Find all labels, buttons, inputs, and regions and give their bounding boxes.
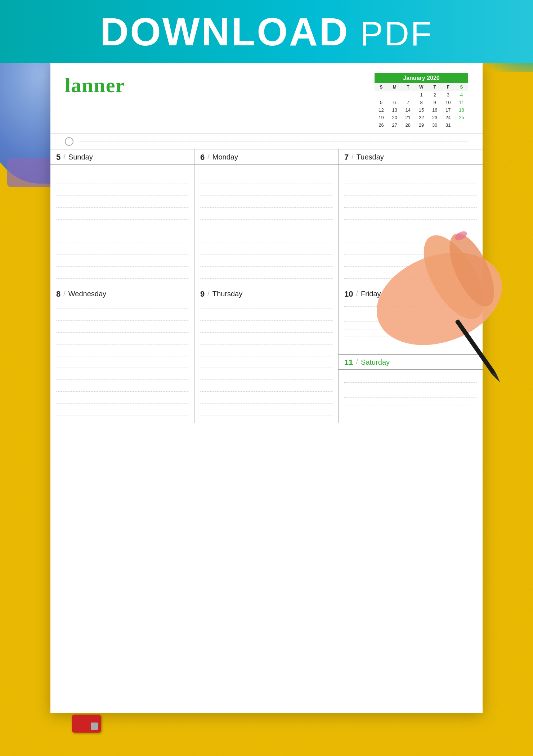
line <box>344 405 477 405</box>
day-name-thursday: Thursday <box>212 290 242 298</box>
line <box>56 195 188 196</box>
line <box>200 391 332 392</box>
line <box>200 278 332 279</box>
line <box>200 379 332 380</box>
day-number-9: 9 <box>200 290 205 298</box>
line <box>344 266 477 267</box>
line <box>200 255 332 255</box>
line <box>344 172 477 172</box>
line <box>56 172 188 172</box>
line <box>56 332 188 333</box>
day-number-10: 10 <box>344 290 353 298</box>
line <box>344 184 477 184</box>
line <box>344 207 477 208</box>
cal-day: 2 <box>428 91 442 99</box>
saturday-lines <box>339 370 483 410</box>
line <box>56 356 188 356</box>
day-cell-tuesday: 7 / Tuesday <box>339 149 483 286</box>
planner-header: lanner January 2020 S M T W T F S 1 <box>50 63 483 134</box>
day-header-wednesday: 8 / Wednesday <box>50 286 194 301</box>
cal-day: 11 <box>455 99 468 106</box>
cal-day: 12 <box>375 106 388 114</box>
cal-header-sat: S <box>455 83 468 91</box>
day-cell-monday: 6 / Monday <box>194 149 339 286</box>
slash-2: / <box>207 153 210 161</box>
download-banner[interactable]: DOWNLOAD PDF <box>0 0 533 63</box>
cal-day: 29 <box>415 121 428 129</box>
day-number-5: 5 <box>56 153 61 161</box>
cal-header-mon: M <box>388 83 401 91</box>
line <box>200 320 332 321</box>
cal-day: 15 <box>415 106 428 114</box>
slash-4: / <box>63 289 66 298</box>
line <box>200 415 332 415</box>
pencil-sharpener <box>72 713 104 734</box>
cal-day: 17 <box>442 106 455 114</box>
calendar-grid: S M T W T F S 12345678910111213141516171… <box>375 83 468 129</box>
line <box>344 314 477 314</box>
day-name-saturday: Saturday <box>361 358 390 366</box>
cal-day: 22 <box>415 114 428 121</box>
friday-lines <box>339 301 483 342</box>
day-header-sunday: 5 / Sunday <box>50 149 194 165</box>
day-name-wednesday: Wednesday <box>68 290 106 298</box>
day-number-11: 11 <box>344 359 353 366</box>
day-cell-sunday: 5 / Sunday <box>50 149 194 286</box>
wednesday-lines <box>50 301 194 423</box>
line <box>56 219 188 220</box>
cal-day: 19 <box>375 114 388 121</box>
day-header-saturday: 11 / Saturday <box>339 355 483 370</box>
line <box>344 255 477 255</box>
line <box>344 195 477 196</box>
right-col-split: 10 / Friday 11 / <box>339 286 483 423</box>
monday-lines <box>194 165 338 286</box>
slash-7: / <box>356 358 358 366</box>
line <box>56 415 188 415</box>
day-name-friday: Friday <box>361 290 381 298</box>
line <box>200 403 332 404</box>
line <box>344 329 477 329</box>
line <box>56 266 188 267</box>
cal-day: 18 <box>455 106 468 114</box>
day-name-monday: Monday <box>212 153 238 161</box>
cal-day: 8 <box>415 99 428 106</box>
line <box>56 278 188 279</box>
line <box>344 231 477 231</box>
cal-header-tue: T <box>401 83 415 91</box>
cal-header-sun: S <box>375 83 388 91</box>
line <box>200 219 332 220</box>
banner-bold: DOWNLOAD <box>100 9 349 54</box>
line <box>56 231 188 231</box>
line <box>56 184 188 184</box>
line <box>344 243 477 243</box>
cal-day: 4 <box>455 91 468 99</box>
calendar-month-year: January 2020 <box>375 73 468 83</box>
day-name-tuesday: Tuesday <box>357 153 384 161</box>
line <box>344 306 477 307</box>
saturday-section: 11 / Saturday <box>339 355 483 423</box>
day-header-thursday: 9 / Thursday <box>194 286 338 301</box>
line <box>56 379 188 380</box>
line <box>344 375 477 375</box>
slash-3: / <box>351 153 354 161</box>
day-number-7: 7 <box>344 153 349 161</box>
cal-day: 25 <box>455 114 468 121</box>
tuesday-lines <box>339 165 483 286</box>
slash-5: / <box>207 289 210 298</box>
line <box>200 231 332 231</box>
day-cell-thursday: 9 / Thursday <box>194 286 339 423</box>
line <box>344 337 477 337</box>
cal-day: 3 <box>442 91 455 99</box>
line <box>344 382 477 383</box>
banner-thin: PDF <box>349 14 433 53</box>
line <box>344 397 477 398</box>
cal-day <box>375 91 388 99</box>
day-number-6: 6 <box>200 153 205 161</box>
line <box>344 278 477 279</box>
line <box>200 368 332 368</box>
cal-day: 10 <box>442 99 455 106</box>
line <box>56 243 188 243</box>
cal-day: 13 <box>388 106 401 114</box>
cal-header-thu: T <box>428 83 442 91</box>
planner-title: lanner <box>65 73 125 97</box>
